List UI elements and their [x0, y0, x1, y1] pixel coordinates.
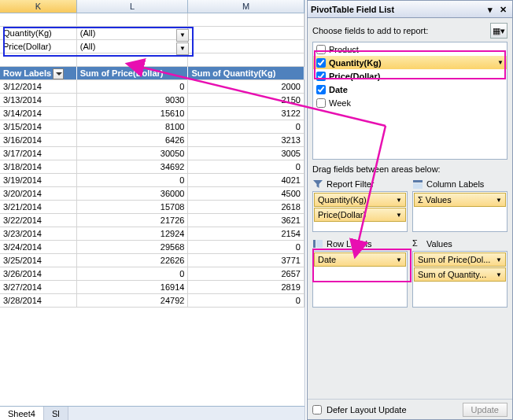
area-chip[interactable]: Date▼	[314, 252, 406, 267]
update-button[interactable]: Update	[463, 403, 507, 417]
values-list[interactable]: Sum of Price(Dol...▼Sum of Quantity...▼	[412, 251, 507, 308]
qty-cell[interactable]: 2000	[188, 80, 304, 93]
date-cell[interactable]: 3/28/2014	[0, 294, 77, 307]
filter-2-value[interactable]: (All)	[77, 40, 189, 53]
table-row[interactable]: 3/21/2014157082618	[0, 201, 304, 214]
price-cell[interactable]: 22626	[77, 254, 189, 267]
area-chip[interactable]: Price(Dollar)▼	[314, 208, 406, 222]
date-cell[interactable]: 3/16/2014	[0, 134, 77, 146]
field-checkbox[interactable]	[316, 45, 326, 54]
price-cell[interactable]: 8100	[77, 120, 189, 133]
area-chip[interactable]: Sum of Price(Dol...▼	[414, 252, 506, 267]
qty-cell[interactable]: 2154	[188, 227, 304, 240]
price-cell[interactable]: 21726	[77, 214, 189, 227]
table-row[interactable]: 3/19/201404021	[0, 174, 304, 187]
table-row[interactable]: 3/13/201490302150	[0, 94, 304, 107]
date-cell[interactable]: 3/22/2014	[0, 214, 77, 227]
field-list[interactable]: ProductQuantity(Kg)▼Price(Dollar)DateWee…	[312, 42, 507, 160]
table-row[interactable]: 3/22/2014217263621	[0, 214, 304, 227]
close-icon[interactable]: ✕	[496, 3, 509, 16]
field-checkbox[interactable]	[316, 98, 326, 108]
date-cell[interactable]: 3/18/2014	[0, 160, 77, 173]
table-row[interactable]: 3/23/2014129242154	[0, 227, 304, 241]
chevron-down-icon[interactable]: ▾	[484, 3, 496, 16]
chevron-down-icon[interactable]	[53, 68, 64, 79]
field-checkbox[interactable]	[316, 58, 326, 68]
report-filter-list[interactable]: Quantity(Kg)▼Price(Dollar)▼	[312, 191, 408, 232]
field-item[interactable]: Product	[313, 42, 507, 56]
horizontal-scrollbar[interactable]	[68, 407, 304, 420]
table-row[interactable]: 3/14/2014156103122	[0, 107, 304, 120]
area-chip[interactable]: Sum of Quantity...▼	[414, 267, 506, 282]
price-cell[interactable]: 12924	[77, 227, 189, 240]
table-row[interactable]: 3/20/2014360004500	[0, 187, 304, 201]
chevron-down-icon[interactable]: ▼	[396, 212, 402, 219]
table-row[interactable]: 3/27/2014169142819	[0, 281, 304, 294]
field-item[interactable]: Week	[313, 96, 507, 109]
price-cell[interactable]: 15708	[77, 201, 189, 213]
date-cell[interactable]: 3/14/2014	[0, 107, 77, 120]
values-chip[interactable]: Σ Values▼	[414, 193, 506, 207]
price-cell[interactable]: 36000	[77, 187, 189, 200]
col-header-l[interactable]: L	[77, 0, 189, 13]
price-cell[interactable]: 6426	[77, 134, 189, 146]
layout-options-button[interactable]: ▦▾	[490, 23, 507, 39]
table-row[interactable]: 3/16/201464263213	[0, 134, 304, 147]
table-row[interactable]: 3/26/201402657	[0, 267, 304, 281]
price-cell[interactable]: 34692	[77, 160, 189, 173]
qty-cell[interactable]: 0	[188, 241, 304, 253]
date-cell[interactable]: 3/12/2014	[0, 80, 77, 93]
field-checkbox[interactable]	[316, 72, 326, 81]
filter-1-value[interactable]: (All)	[77, 27, 189, 39]
qty-cell[interactable]: 4021	[188, 174, 304, 186]
table-row[interactable]: 3/18/2014346920	[0, 160, 304, 174]
column-labels-list[interactable]: Σ Values▼	[412, 191, 507, 232]
defer-checkbox[interactable]	[312, 405, 322, 414]
price-cell[interactable]: 0	[77, 267, 189, 280]
price-cell[interactable]: 30050	[77, 147, 189, 160]
date-cell[interactable]: 3/13/2014	[0, 94, 77, 106]
price-cell[interactable]: 0	[77, 174, 189, 186]
tab-next[interactable]: Sl	[44, 407, 68, 420]
filter-2-dropdown[interactable]: ▼	[176, 42, 189, 55]
qty-cell[interactable]: 0	[188, 160, 304, 173]
table-row[interactable]: 3/15/201481000	[0, 120, 304, 134]
date-cell[interactable]: 3/15/2014	[0, 120, 77, 133]
qty-cell[interactable]: 3122	[188, 107, 304, 120]
price-cell[interactable]: 29568	[77, 241, 189, 253]
qty-cell[interactable]: 2657	[188, 267, 304, 280]
date-cell[interactable]: 3/19/2014	[0, 174, 77, 186]
field-item[interactable]: Date	[313, 83, 507, 96]
chevron-down-icon[interactable]: ▼	[396, 197, 402, 204]
chevron-down-icon[interactable]: ▼	[496, 271, 502, 278]
col-header-k[interactable]: K	[0, 0, 77, 13]
area-chip[interactable]: Quantity(Kg)▼	[314, 193, 406, 207]
filter-1-dropdown[interactable]: ▼	[176, 29, 189, 42]
field-checkbox[interactable]	[316, 85, 326, 94]
qty-cell[interactable]: 2618	[188, 201, 304, 213]
table-row[interactable]: 3/28/2014247920	[0, 294, 304, 308]
tab-sheet4[interactable]: Sheet4	[0, 407, 44, 420]
qty-cell[interactable]: 0	[188, 120, 304, 133]
date-cell[interactable]: 3/17/2014	[0, 147, 77, 160]
field-item[interactable]: Price(Dollar)	[313, 69, 507, 83]
row-labels-list[interactable]: Date▼	[312, 251, 408, 308]
qty-cell[interactable]: 2819	[188, 281, 304, 293]
price-cell[interactable]: 16914	[77, 281, 189, 293]
date-cell[interactable]: 3/24/2014	[0, 241, 77, 253]
col-header-m[interactable]: M	[188, 0, 304, 13]
field-item[interactable]: Quantity(Kg)▼	[313, 56, 507, 69]
price-cell[interactable]: 9030	[77, 94, 189, 106]
price-cell[interactable]: 15610	[77, 107, 189, 120]
chevron-down-icon[interactable]: ▼	[396, 256, 402, 263]
qty-cell[interactable]: 0	[188, 294, 304, 307]
chevron-down-icon[interactable]: ▼	[496, 256, 502, 263]
date-cell[interactable]: 3/27/2014	[0, 281, 77, 293]
table-row[interactable]: 3/25/2014226263771	[0, 254, 304, 267]
table-row[interactable]: 3/24/2014295680	[0, 241, 304, 254]
qty-cell[interactable]: 3771	[188, 254, 304, 267]
table-row[interactable]: 3/12/201402000	[0, 80, 304, 94]
row-labels-header[interactable]: Row Labels	[0, 67, 77, 79]
qty-cell[interactable]: 2150	[188, 94, 304, 106]
price-cell[interactable]: 24792	[77, 294, 189, 307]
